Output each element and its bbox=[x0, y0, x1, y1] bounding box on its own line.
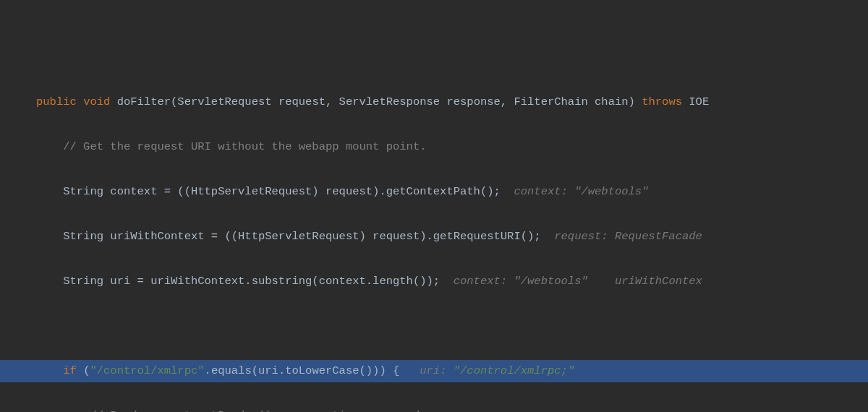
code-line-2[interactable]: // Get the request URI without the webap… bbox=[0, 136, 868, 158]
comment: // Get the request URI without the webap… bbox=[63, 140, 426, 153]
code-text: String uriWithContext = ((HttpServletReq… bbox=[63, 230, 554, 243]
keyword-void: void bbox=[83, 95, 110, 108]
code-text: String uri = uriWithContext.substring(co… bbox=[63, 275, 454, 288]
code-line-8[interactable]: // Read request.getReader() as many time… bbox=[0, 405, 868, 412]
inline-hint: context: "/webtools" bbox=[454, 275, 588, 288]
inline-hint: request: RequestFacade bbox=[554, 230, 702, 243]
code-line-blank[interactable] bbox=[0, 315, 868, 338]
code-line-4[interactable]: String uriWithContext = ((HttpServletReq… bbox=[0, 226, 868, 248]
inline-hint-value: "/control/xmlrpc;" bbox=[454, 364, 574, 377]
code-text: .equals(uri.toLowerCase())) { bbox=[205, 364, 420, 377]
keyword-public: public bbox=[36, 95, 77, 108]
code-line-3[interactable]: String context = ((HttpServletRequest) r… bbox=[0, 181, 868, 203]
keyword-if: if bbox=[63, 364, 77, 377]
inline-hint-label: uri: bbox=[420, 364, 454, 377]
code-line-5[interactable]: String uri = uriWithContext.substring(co… bbox=[0, 270, 868, 293]
code-line-7-highlighted[interactable]: if ("/control/xmlrpc".equals(uri.toLower… bbox=[0, 360, 868, 382]
code-line-1[interactable]: public void doFilter(ServletRequest requ… bbox=[0, 91, 868, 113]
comment: // Read request.getReader() as many time… bbox=[90, 409, 420, 412]
string-literal: "/control/xmlrpc" bbox=[90, 364, 204, 377]
code-text: String context = ((HttpServletRequest) r… bbox=[63, 185, 514, 198]
inline-hint-2: uriWithContex bbox=[615, 275, 702, 288]
method-signature: doFilter(ServletRequest request, Servlet… bbox=[110, 95, 642, 108]
throws-tail: IOE bbox=[682, 95, 709, 108]
keyword-throws: throws bbox=[642, 95, 682, 108]
paren-open: ( bbox=[77, 364, 90, 377]
inline-hint: context: "/webtools" bbox=[514, 185, 648, 198]
hint-gap bbox=[588, 275, 615, 288]
